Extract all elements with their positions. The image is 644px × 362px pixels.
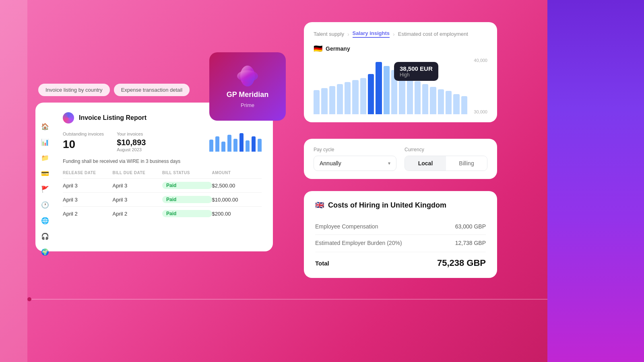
breadcrumb-cost-employment[interactable]: Estimated cost of employment <box>398 31 468 37</box>
uk-flag: 🇬🇧 <box>315 201 324 210</box>
progress-dot <box>27 297 31 301</box>
costs-header: 🇬🇧 Costs of Hiring in United Kingdom <box>315 201 486 210</box>
costs-row-burden: Estimated Employer Burden (20%) 12,738 G… <box>315 236 486 250</box>
invoices-value: $10,893 <box>117 138 146 147</box>
divider-1 <box>315 234 486 235</box>
mini-bar-3 <box>221 142 225 152</box>
app-logo-circle <box>63 112 74 123</box>
invoices-label: Your invoices <box>117 132 146 136</box>
outstanding-invoices-block: Outstanding invoices 10 <box>63 132 104 151</box>
right-purple-panel <box>547 0 644 362</box>
currency-field: Currency Local Billing <box>405 147 487 171</box>
sidebar-icon-home[interactable]: 🏠 <box>41 123 49 130</box>
table-row: April 2 April 2 Paid $200.00 <box>63 206 262 220</box>
currency-billing-btn[interactable]: Billing <box>446 156 487 171</box>
mini-bar-chart <box>209 132 262 152</box>
sbar-1 <box>314 90 320 114</box>
sbar-3 <box>329 86 335 114</box>
sidebar-icon-chart[interactable]: 📊 <box>41 138 49 146</box>
y-axis: 40,000 30,000 <box>474 58 487 114</box>
row1-amount: $2,500.00 <box>212 183 262 189</box>
your-invoices-block: Your invoices $10,893 August 2023 <box>117 132 146 152</box>
compensation-value: 63,000 GBP <box>455 223 486 230</box>
row1-status: Paid <box>162 182 212 189</box>
breadcrumb-salary-insights[interactable]: Salary insights <box>353 30 390 38</box>
mini-bar-5 <box>233 139 237 152</box>
germany-row: 🇩🇪 Germany <box>314 44 487 53</box>
chip-invoice-listing[interactable]: Invoice listing by country <box>38 84 110 96</box>
y-axis-min: 30,000 <box>474 109 487 114</box>
currency-label: Currency <box>405 147 487 152</box>
sidebar-icon-flag[interactable]: 🚩 <box>41 185 49 193</box>
total-value: 75,238 GBP <box>437 258 486 268</box>
total-label: Total <box>315 260 329 267</box>
currency-toggle: Local Billing <box>405 156 487 171</box>
breadcrumb-sep-1: › <box>347 31 349 37</box>
gp-card-title: GP Meridian <box>227 90 269 99</box>
sbar-5 <box>345 82 351 114</box>
row3-release: April 2 <box>63 211 113 217</box>
breadcrumb-sep-2: › <box>393 31 395 37</box>
paycycle-row: Pay cycle Annually ▾ Currency Local Bill… <box>314 147 487 171</box>
row2-amount: $10,000.00 <box>212 197 262 203</box>
sbar-13 <box>407 78 413 114</box>
invoice-card-title: Invoice Listing Report <box>79 114 147 121</box>
sbar-17 <box>438 89 444 114</box>
sbar-15 <box>422 84 428 114</box>
col-status: Bill Status <box>162 171 212 175</box>
sbar-20 <box>461 96 467 114</box>
country-name: Germany <box>326 45 350 52</box>
mini-bar-8 <box>252 136 256 152</box>
sbar-4 <box>337 84 343 114</box>
currency-local-btn[interactable]: Local <box>405 156 446 171</box>
sidebar-icon-folder[interactable]: 📁 <box>41 154 49 162</box>
gp-card-subtitle: Prime <box>241 102 254 108</box>
col-release-date: Release Date <box>63 171 113 175</box>
sidebar-icon-globe2[interactable]: 🌐 <box>41 217 49 224</box>
mini-bar-2 <box>215 136 219 152</box>
mini-bar-6 <box>239 133 244 152</box>
salary-chart-container: 40,000 30,000 38,500 EUR High <box>314 58 487 114</box>
salary-insights-panel: Talent supply › Salary insights › Estima… <box>304 22 497 122</box>
pay-cycle-value: Annually <box>320 160 341 167</box>
mini-bar-7 <box>246 140 250 152</box>
col-due-date: Bill Due Date <box>113 171 163 175</box>
left-sidebar-bg <box>0 0 27 362</box>
row2-due: April 3 <box>113 197 163 203</box>
mini-bar-9 <box>258 139 262 152</box>
costs-of-hiring-panel: 🇬🇧 Costs of Hiring in United Kingdom Emp… <box>304 191 497 278</box>
chevron-down-icon: ▾ <box>388 160 390 166</box>
table-row: April 3 April 3 Paid $10,000.00 <box>63 192 262 206</box>
row3-status: Paid <box>162 210 212 217</box>
row3-due: April 2 <box>113 211 163 217</box>
gp-logo-icon <box>236 65 259 87</box>
chip-expense-transaction[interactable]: Expense transaction detail <box>114 84 190 96</box>
gp-meridian-card: GP Meridian Prime <box>209 52 286 121</box>
mini-bar-4 <box>227 135 231 152</box>
row2-status: Paid <box>162 196 212 203</box>
row2-release: April 3 <box>63 197 113 203</box>
tooltip-value: 38,500 EUR <box>400 65 433 72</box>
burden-label: Estimated Employer Burden (20%) <box>315 240 402 246</box>
sbar-9-highlight <box>376 62 382 114</box>
breadcrumb-talent-supply[interactable]: Talent supply <box>314 31 344 37</box>
sidebar-icon-globe3[interactable]: 🌍 <box>41 248 49 256</box>
sidebar-icon-clock[interactable]: 🕐 <box>41 201 49 209</box>
mini-bar-1 <box>209 140 213 152</box>
compensation-label: Employee Compensation <box>315 223 378 230</box>
burden-value: 12,738 GBP <box>455 240 486 246</box>
costs-total-row: Total 75,238 GBP <box>315 252 486 268</box>
salary-tooltip: 38,500 EUR High <box>394 62 438 81</box>
sbar-19 <box>453 94 459 114</box>
sidebar-icon-headset[interactable]: 🎧 <box>41 232 49 240</box>
sbar-16 <box>430 87 436 114</box>
invoices-date: August 2023 <box>117 147 146 152</box>
row1-due: April 3 <box>113 183 163 189</box>
table-header: Release Date Bill Due Date Bill Status A… <box>63 171 262 175</box>
outstanding-label: Outstanding invoices <box>63 132 104 136</box>
row3-amount: $200.00 <box>212 211 262 217</box>
sbar-14 <box>415 81 421 114</box>
pay-cycle-dropdown[interactable]: Annually ▾ <box>314 156 396 171</box>
sidebar-icon-card[interactable]: 💳 <box>41 170 49 177</box>
invoice-listing-card: 🏠 📊 📁 💳 🚩 🕐 🌐 🎧 🌍 Invoice Listing Report… <box>35 103 273 251</box>
